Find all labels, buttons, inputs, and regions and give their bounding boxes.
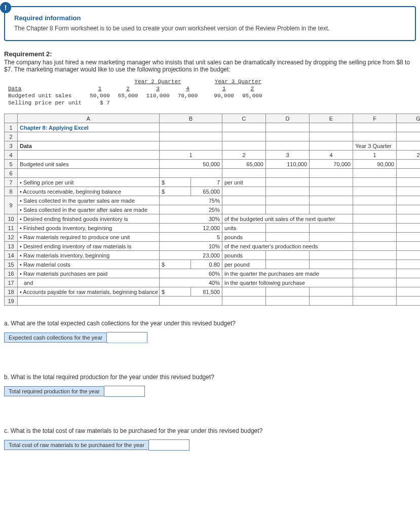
cell-B10: 30% <box>160 214 222 224</box>
cell-B16: 60% <box>160 269 222 278</box>
cell-B14: 23,000 <box>160 251 222 260</box>
proj-price-v: $ 7 <box>86 99 114 106</box>
proj-data-header: Data <box>4 85 86 92</box>
answer-b-input[interactable] <box>104 386 145 397</box>
cell-B15-dollar: $ <box>160 260 191 269</box>
proj-year3-header: Year 3 Quarter <box>210 78 266 85</box>
cell-A17: and <box>18 278 160 287</box>
cell-A7: • Selling price per unit <box>18 178 160 187</box>
col-F: F <box>353 114 397 123</box>
cell-D5: 110,000 <box>266 160 310 169</box>
cell-B15: 0.80 <box>191 260 222 269</box>
cell-A18: • Accounts payable for raw materials, be… <box>18 287 160 296</box>
col-A: A <box>18 114 160 123</box>
col-G: G <box>397 114 421 123</box>
alert-icon: ! <box>0 2 11 13</box>
row-2: 2 <box>5 132 18 141</box>
cell-B12: 5 <box>160 233 222 242</box>
cell-E4: 4 <box>310 151 353 160</box>
cell-C12: pounds <box>222 233 266 242</box>
proj-col-5: 1 <box>210 85 238 92</box>
cell-B13: 10% <box>160 242 222 251</box>
cell-B17: 40% <box>160 278 222 287</box>
col-C: C <box>222 114 266 123</box>
cell-F3: Year 3 Quarter <box>353 141 397 151</box>
proj-year2-header: Year 2 Quarter <box>114 78 202 85</box>
row-7: 7 <box>5 178 18 187</box>
cell-F4: 1 <box>353 151 397 160</box>
required-info-title: Required information <box>14 14 406 22</box>
row-6: 6 <box>5 169 18 178</box>
cell-C7: per unit <box>222 178 266 187</box>
proj-v2: 65,000 <box>114 92 142 99</box>
cell-A8: • Accounts receivable, beginning balance <box>18 187 160 196</box>
row-12: 12 <box>5 233 18 242</box>
cell-G4: 2 <box>397 151 421 160</box>
requirement-2-body: The company has just hired a new marketi… <box>4 59 416 73</box>
cell-A12: • Raw materials required to produce one … <box>18 233 160 242</box>
cell-C16: in the quarter the purchases are made <box>222 269 353 278</box>
proj-col-3: 3 <box>142 85 173 92</box>
answer-a-label: Expected cash collections for the year <box>4 332 107 343</box>
row-5: 5 <box>5 160 18 169</box>
row-1: 1 <box>5 123 18 132</box>
cell-A9a: • Sales collected in the quarter sales a… <box>18 196 160 205</box>
proj-col-2: 2 <box>114 85 142 92</box>
cell-B11: 12,000 <box>160 224 222 233</box>
cell-A5: Budgeted unit sales <box>18 160 160 169</box>
row-19: 19 <box>5 296 18 306</box>
question-b: b. What is the total required production… <box>4 374 416 381</box>
answer-c-input[interactable] <box>149 439 189 451</box>
cell-F5: 90,000 <box>353 160 397 169</box>
proj-v3: 110,000 <box>142 92 173 99</box>
row-4: 4 <box>5 151 18 160</box>
corner-cell <box>5 114 18 123</box>
row-15: 15 <box>5 260 18 269</box>
answer-c-label: Total cost of raw materials to be purcha… <box>4 440 149 450</box>
cell-B5: 50,000 <box>160 160 222 169</box>
cell-B7-dollar: $ <box>160 178 191 187</box>
cell-C10: of the budgeted unit sales of the next q… <box>222 214 353 224</box>
projections-table: Year 2 Quarter Year 3 Quarter Data 1 2 3… <box>4 78 266 106</box>
cell-B18: 81,500 <box>191 287 222 296</box>
row-16: 16 <box>5 269 18 278</box>
proj-v1: 50,000 <box>86 92 114 99</box>
proj-v5: 90,000 <box>210 92 238 99</box>
question-a: a. What are the total expected cash coll… <box>4 320 416 327</box>
col-B: B <box>160 114 222 123</box>
cell-E5: 70,000 <box>310 160 353 169</box>
cell-B7: 7 <box>191 178 222 187</box>
row-3: 3 <box>5 141 18 151</box>
excel-spreadsheet: A B C D E F G 1 Chapter 8: Applying Exce… <box>4 114 420 306</box>
row-17: 17 <box>5 278 18 287</box>
cell-C14: pounds <box>222 251 266 260</box>
required-info-box: ! Required information The Chapter 8 For… <box>4 6 416 41</box>
cell-A3: Data <box>18 141 160 151</box>
cell-D4: 3 <box>266 151 310 160</box>
proj-row-budgeted: Budgeted unit sales <box>4 92 86 99</box>
cell-C11: units <box>222 224 266 233</box>
proj-col-6: 2 <box>238 85 266 92</box>
cell-A1: Chapter 8: Applying Excel <box>18 123 160 132</box>
cell-B4: 1 <box>160 151 222 160</box>
row-8: 8 <box>5 187 18 196</box>
cell-A9b: • Sales collected in the quarter after s… <box>18 205 160 214</box>
cell-B9b: 25% <box>160 205 222 214</box>
cell-C17: in the quarter following purchase <box>222 278 353 287</box>
proj-v6: 95,000 <box>238 92 266 99</box>
cell-B9a: 75% <box>160 196 222 205</box>
cell-B8: 65,000 <box>191 187 222 196</box>
cell-C13: of the next quarter's production needs <box>222 242 353 251</box>
required-info-text: The Chapter 8 Form worksheet is to be us… <box>14 25 406 32</box>
proj-col-1: 1 <box>86 85 114 92</box>
cell-C15: per pound <box>222 260 266 269</box>
proj-row-price: Selling price per unit <box>4 99 86 106</box>
row-9: 9 <box>5 196 18 214</box>
answer-a-input[interactable] <box>107 332 147 343</box>
row-14: 14 <box>5 251 18 260</box>
row-18: 18 <box>5 287 18 296</box>
row-13: 13 <box>5 242 18 251</box>
cell-A15: • Raw material costs <box>18 260 160 269</box>
cell-C5: 65,000 <box>222 160 266 169</box>
cell-A14: • Raw materials inventory, beginning <box>18 251 160 260</box>
